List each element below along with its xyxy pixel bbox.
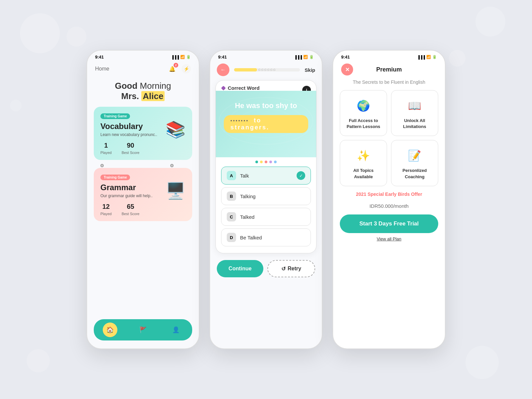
quiz-card-header: Correct Word i xyxy=(216,80,316,91)
status-icons-2: ▐▐▐ 📶 🔋 xyxy=(294,55,314,59)
quiz-dots-row xyxy=(216,157,316,165)
answer-b[interactable]: B Talking xyxy=(221,187,311,205)
price-amount: IDR50.000 xyxy=(369,203,393,209)
feature-topics[interactable]: ✨ All Topics Available xyxy=(340,140,387,186)
back-button[interactable]: ← xyxy=(217,64,229,76)
quiz-blank: ••••••• to strangers. xyxy=(224,115,308,133)
quiz-bottom: Continue ↺ Retry xyxy=(210,257,322,285)
dot-teal xyxy=(255,161,258,163)
answer-d[interactable]: D Be Talked xyxy=(221,228,311,246)
battery-icon-1: 🔋 xyxy=(186,55,191,59)
p-dot-3 xyxy=(264,69,266,71)
explore-nav-icon: 🚩 xyxy=(139,326,147,333)
wifi-icon-3: 📶 xyxy=(426,55,431,59)
vocab-stats: 1 Played 90 Best Score xyxy=(100,142,157,155)
p-dot-5 xyxy=(270,69,272,71)
trial-button[interactable]: Start 3 Days Free Trial xyxy=(340,214,438,233)
feature-pattern-lessons[interactable]: 🌍 Full Access to Pattern Lessons xyxy=(340,90,387,136)
features-grid: 🌍 Full Access to Pattern Lessons 📖 Unloc… xyxy=(333,90,445,186)
grammar-card[interactable]: Training Game Grammar Our grammar guide … xyxy=(94,168,192,221)
feature-coaching[interactable]: 📝 Personlized Coaching xyxy=(391,140,438,186)
quiz-top-area: Correct Word i He was too shy to xyxy=(216,80,316,165)
signal-icon-2: ▐▐▐ xyxy=(294,55,302,59)
nav-profile[interactable]: 👤 xyxy=(169,323,183,337)
feature-label-1: Full Access to Pattern Lessons xyxy=(345,118,382,130)
close-button[interactable]: ✕ xyxy=(341,64,353,75)
feature-label-4: Personlized Coaching xyxy=(396,168,433,180)
opt-text-c: Talked xyxy=(240,214,305,220)
grammar-subtitle: Our grammar guide will help.. xyxy=(100,194,153,198)
opt-letter-d: D xyxy=(227,233,236,242)
lightning-icon[interactable]: ⚡ xyxy=(182,64,191,73)
blank-dots: ••••••• xyxy=(230,118,249,123)
grammar-badge: Training Game xyxy=(100,175,130,180)
grammar-stats: 12 Played 65 Best Score xyxy=(100,203,153,216)
skip-button[interactable]: Skip xyxy=(305,67,315,73)
nav-explore[interactable]: 🚩 xyxy=(136,323,150,337)
view-plan-link[interactable]: View all Plan xyxy=(340,236,438,241)
opt-check-a: ✓ xyxy=(297,171,305,180)
status-bar-1: 9:41 ▐▐▐ 📶 🔋 xyxy=(87,51,199,61)
vocab-subtitle: Learn new vocabulary pronunc.. xyxy=(100,132,157,137)
offer-price: IDR50.000/month xyxy=(340,198,438,210)
greeting-line1: Good Morning xyxy=(95,81,191,91)
cards-area: Training Game Vocabulary Learn new vocab… xyxy=(87,107,199,314)
vocab-played-value: 1 xyxy=(100,142,112,149)
p-dot-4 xyxy=(267,69,269,71)
grammar-score-value: 65 xyxy=(122,203,140,210)
feature-label-2: Unlock All Limitations xyxy=(396,118,433,130)
battery-icon-3: 🔋 xyxy=(432,55,437,59)
status-time-2: 9:41 xyxy=(218,55,227,60)
status-bar-2: 9:41 ▐▐▐ 📶 🔋 xyxy=(210,51,322,61)
greeting-mrs: Mrs. xyxy=(121,91,142,101)
feature-icon-book: 📖 xyxy=(405,96,424,115)
wifi-icon-1: 📶 xyxy=(180,55,185,59)
greeting-name: Alice xyxy=(141,91,165,101)
retry-button[interactable]: ↺ Retry xyxy=(267,260,315,277)
phone-home: 9:41 ▐▐▐ 📶 🔋 Home 🔔 2 ⚡ Good Morning xyxy=(86,50,200,349)
dot-purple xyxy=(269,161,272,163)
grammar-played-label: Played xyxy=(100,212,112,216)
quiz-blank-wrap: ••••••• to strangers. xyxy=(224,115,308,133)
battery-icon-2: 🔋 xyxy=(309,55,314,59)
progress-dots xyxy=(258,69,275,71)
status-bar-3: 9:41 ▐▐▐ 📶 🔋 xyxy=(333,51,445,61)
feature-icon-globe: 🌍 xyxy=(354,96,373,115)
status-icons-1: ▐▐▐ 📶 🔋 xyxy=(171,55,191,59)
vocab-played-label: Played xyxy=(100,151,112,155)
dot-yellow xyxy=(260,161,263,163)
diamond-icon xyxy=(221,85,226,90)
sentence-text: He was too shy to xyxy=(235,101,297,110)
phones-container: 9:41 ▐▐▐ 📶 🔋 Home 🔔 2 ⚡ Good Morning xyxy=(86,50,446,349)
premium-header: ✕ Premium xyxy=(333,61,445,79)
status-time-1: 9:41 xyxy=(95,55,104,60)
answer-a[interactable]: A Talk ✓ xyxy=(221,167,311,185)
profile-nav-icon: 👤 xyxy=(172,326,180,333)
vocab-score-label: Best Score xyxy=(122,151,140,155)
vocab-played: 1 Played xyxy=(100,142,112,155)
answer-c[interactable]: C Talked xyxy=(221,208,311,226)
progress-bar xyxy=(234,68,300,71)
vocabulary-card[interactable]: Training Game Vocabulary Learn new vocab… xyxy=(94,107,192,160)
opt-letter-c: C xyxy=(227,212,236,221)
home-header: Home 🔔 2 ⚡ xyxy=(87,61,199,78)
nav-home[interactable]: 🏠 xyxy=(103,323,117,337)
signal-icon-3: ▐▐▐ xyxy=(417,55,425,59)
quiz-card: Correct Word i He was too shy to xyxy=(215,80,317,253)
opt-text-a: Talk xyxy=(240,173,293,179)
continue-button[interactable]: Continue xyxy=(217,260,263,277)
greeting-section: Good Morning Mrs. Alice xyxy=(87,78,199,107)
feature-unlock[interactable]: 📖 Unlock All Limitations xyxy=(391,90,438,136)
grammar-illustration: 🖥️ xyxy=(166,182,186,200)
opt-text-d: Be Talked xyxy=(240,235,305,240)
dot-blue xyxy=(274,161,277,163)
notification-badge: 2 xyxy=(174,63,178,67)
card-connector xyxy=(100,164,174,167)
grammar-score-label: Best Score xyxy=(122,212,140,216)
connector-dot-right xyxy=(170,164,174,167)
bell-icon-wrap[interactable]: 🔔 2 xyxy=(167,64,178,74)
quiz-gradient-bg: He was too shy to ••••••• to strangers. xyxy=(216,91,316,157)
home-title: Home xyxy=(95,66,109,72)
quiz-title: Correct Word xyxy=(228,85,260,91)
greeting-morning: Morning xyxy=(140,81,171,91)
